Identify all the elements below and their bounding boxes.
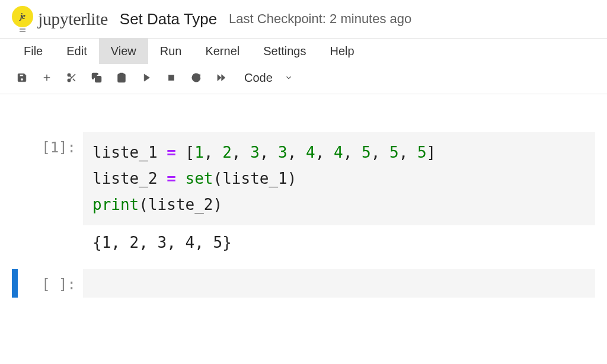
run-icon[interactable] [136, 68, 156, 88]
checkpoint-label: Last Checkpoint: 2 minutes ago [229, 11, 411, 27]
cell-type-label: Code [244, 71, 273, 85]
add-cell-icon[interactable] [37, 68, 57, 88]
menu-view[interactable]: View [99, 39, 148, 64]
menu-kernel[interactable]: Kernel [193, 39, 251, 64]
svg-point-2 [68, 74, 71, 76]
cell-input[interactable] [83, 269, 595, 298]
menu-help[interactable]: Help [318, 39, 366, 64]
menu-settings[interactable]: Settings [251, 39, 318, 64]
fast-forward-icon[interactable] [211, 68, 231, 88]
cell-prompt: [ ]: [18, 269, 83, 298]
header: je jupyterlite Set Data Type Last Checkp… [0, 0, 607, 38]
svg-line-6 [70, 76, 72, 78]
cut-icon[interactable] [62, 68, 82, 88]
cell-output: {1, 2, 3, 4, 5} [83, 225, 595, 260]
notebook-area: [1]: liste_1 = [1, 2, 3, 3, 4, 4, 5, 5, … [0, 94, 607, 298]
restart-icon[interactable] [186, 68, 206, 88]
menu-run[interactable]: Run [148, 39, 194, 64]
code-cell-1[interactable]: [1]: liste_1 = [1, 2, 3, 3, 4, 4, 5, 5, … [0, 132, 607, 260]
menubar: File Edit View Run Kernel Settings Help [0, 38, 607, 64]
svg-point-3 [68, 79, 71, 82]
svg-rect-7 [95, 76, 101, 82]
cell-type-select[interactable]: Code [239, 70, 298, 86]
logo-brand-text: jupyterlite [38, 9, 108, 29]
paste-icon[interactable] [111, 68, 132, 88]
notebook-title[interactable]: Set Data Type [120, 10, 217, 28]
logo-initials: je [12, 6, 33, 27]
logo-bulb-icon: je [12, 6, 34, 32]
menu-file[interactable]: File [12, 39, 55, 64]
chevron-down-icon [285, 74, 293, 82]
cell-input[interactable]: liste_1 = [1, 2, 3, 3, 4, 4, 5, 5, 5] li… [83, 132, 595, 225]
svg-marker-12 [222, 75, 225, 81]
stop-icon[interactable] [161, 68, 181, 88]
cell-prompt: [1]: [18, 132, 83, 260]
svg-marker-11 [218, 75, 221, 81]
svg-line-5 [73, 79, 75, 81]
save-icon[interactable] [12, 68, 32, 88]
svg-marker-9 [144, 74, 149, 81]
logo: je jupyterlite [12, 6, 108, 32]
toolbar: Code [0, 64, 607, 94]
svg-rect-8 [120, 74, 123, 75]
code-cell-2[interactable]: [ ]: [0, 269, 607, 298]
copy-icon[interactable] [87, 68, 107, 88]
menu-edit[interactable]: Edit [55, 39, 98, 64]
svg-rect-10 [169, 75, 174, 81]
